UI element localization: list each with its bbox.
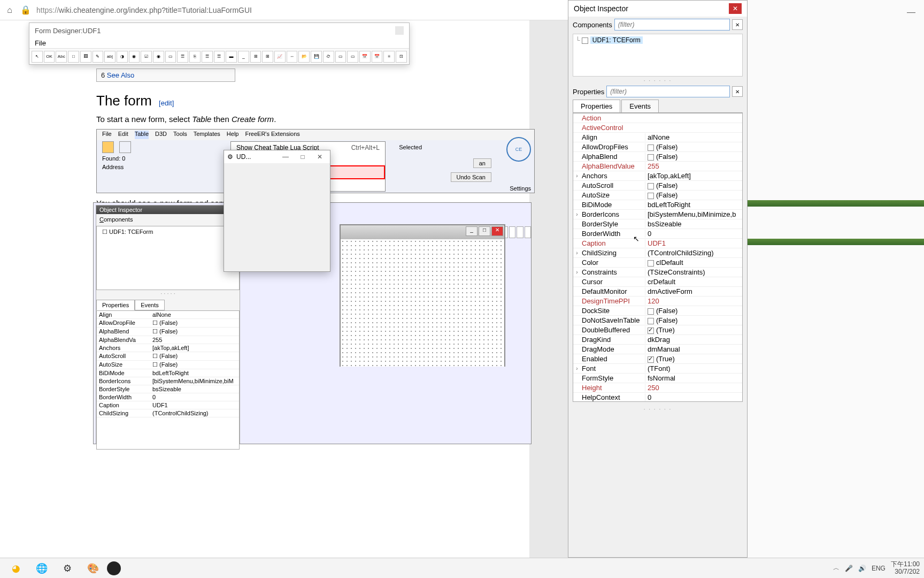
property-row[interactable]: DragKinddkDrag [573, 335, 742, 345]
paint-icon[interactable]: 🎨 [81, 560, 105, 577]
list2-tool[interactable]: ☰ [202, 51, 213, 63]
panel-tool[interactable]: □ [68, 51, 79, 63]
minimize-icon[interactable]: — [907, 7, 915, 17]
frame2-tool[interactable]: ▭ [347, 51, 358, 63]
property-row[interactable]: AutoScroll(False) [573, 181, 742, 191]
button-tool[interactable]: OK [44, 51, 55, 63]
close-icon[interactable]: ✕ [729, 3, 742, 14]
tab-events[interactable]: Events [621, 100, 659, 112]
toc-box: 6 See Also [96, 69, 235, 82]
property-row[interactable]: DragModedmManual [573, 345, 742, 354]
property-row[interactable]: CaptionUDF1 [573, 239, 742, 248]
property-row[interactable]: ColorclDefault [573, 258, 742, 268]
cheatengine-icon[interactable]: ⚙ [56, 560, 79, 577]
timer-tool[interactable]: ⏱ [323, 51, 334, 63]
misc-tool[interactable]: ≡ [383, 51, 395, 63]
progress-tool[interactable]: ▬ [226, 51, 237, 63]
eye-tool[interactable]: ◉ [129, 51, 140, 63]
toggle-tool[interactable]: ◑ [117, 51, 128, 63]
edit-link[interactable]: [edit] [159, 99, 174, 107]
property-row[interactable]: AlphaBlend(False) [573, 152, 742, 162]
property-row[interactable]: ›Anchors[akTop,akLeft] [573, 171, 742, 181]
textedit-tool[interactable]: ab| [104, 51, 116, 63]
property-grid[interactable]: ActionActiveControlAlignalNoneAllowDropF… [573, 113, 743, 402]
pointer-tool[interactable]: ↖ [32, 51, 43, 63]
minimize-icon[interactable]: — [279, 153, 292, 161]
edit-tool[interactable]: ✎ [93, 51, 104, 63]
edge-icon[interactable]: 🌐 [30, 560, 53, 577]
property-row[interactable]: Enabled(True) [573, 354, 742, 364]
clear-filter-icon[interactable]: ✕ [732, 19, 743, 30]
chevron-up-icon[interactable]: ︿ [833, 564, 840, 573]
checkbox-tool[interactable]: ☑ [141, 51, 152, 63]
frame-tool[interactable]: ▭ [335, 51, 346, 63]
property-row[interactable]: CursorcrDefault [573, 277, 742, 287]
property-row[interactable]: AllowDropFiles(False) [573, 142, 742, 152]
property-row[interactable]: DoNotSaveInTable(False) [573, 316, 742, 325]
property-row[interactable]: Height250 [573, 383, 742, 393]
property-row[interactable]: ›ChildSizing(TControlChildSizing) [573, 248, 742, 258]
cal2-tool[interactable]: 📅 [372, 51, 383, 63]
ud-form-window[interactable]: ⚙ UD... — □ ✕ [224, 150, 330, 272]
toc-link[interactable]: See Also [107, 71, 134, 79]
property-row[interactable]: DefaultMonitordmActiveForm [573, 287, 742, 296]
label-tool[interactable]: Abc [56, 51, 67, 63]
form-designer-window[interactable]: Form Designer:UDF1 File ↖ OK Abc □ 🖼 ✎ a… [29, 22, 410, 65]
component-toolbar: ↖ OK Abc □ 🖼 ✎ ab| ◑ ◉ ☑ ◉ ▭ ☰ ⎘ ☰ ☰ ▬ ⎯… [29, 48, 409, 64]
component-tree[interactable]: └ UDF1: TCEForm [573, 34, 743, 77]
property-row[interactable]: AutoSize(False) [573, 191, 742, 200]
mic-icon[interactable]: 🎤 [845, 565, 853, 572]
property-row[interactable]: DoubleBuffered(True) [573, 325, 742, 335]
properties-filter-input[interactable] [606, 86, 730, 97]
clear-filter-icon[interactable]: ✕ [732, 86, 743, 97]
tab-properties[interactable]: Properties [573, 100, 620, 112]
splitter-grip[interactable]: · · · · · · [568, 78, 747, 83]
track-tool[interactable]: ⎯ [238, 51, 249, 63]
close-icon[interactable] [395, 26, 404, 35]
property-row[interactable]: ›BorderIcons[biSystemMenu,biMinimize,b [573, 210, 742, 219]
radio-tool[interactable]: ◉ [153, 51, 164, 63]
listbox-tool[interactable]: ☰ [177, 51, 188, 63]
open-tool[interactable]: 📂 [298, 51, 310, 63]
splitter-grip[interactable]: · · · · · · [568, 406, 747, 412]
property-row[interactable]: BiDiModebdLeftToRight [573, 200, 742, 210]
file-menu[interactable]: File [29, 38, 409, 48]
group-tool[interactable]: ▭ [165, 51, 176, 63]
misc2-tool[interactable]: ⊡ [396, 51, 407, 63]
splitter-tool[interactable]: ↔ [287, 51, 298, 63]
save-tool[interactable]: 💾 [311, 51, 322, 63]
home-icon[interactable]: ⌂ [4, 5, 15, 16]
property-row[interactable]: BorderStylebsSizeable [573, 219, 742, 229]
property-row[interactable]: Action [573, 113, 742, 123]
clock[interactable]: 下午11:00 30/7/202 [891, 561, 920, 575]
property-row[interactable]: DockSite(False) [573, 306, 742, 316]
image-tool[interactable]: 🖼 [80, 51, 91, 63]
property-row[interactable]: FormStylefsNormal [573, 374, 742, 383]
property-row[interactable]: ›Constraints(TSizeConstraints) [573, 268, 742, 277]
property-row[interactable]: ActiveControl [573, 123, 742, 133]
property-row[interactable]: BorderWidth0 [573, 229, 742, 239]
tree-node[interactable]: UDF1: TCEForm [590, 36, 643, 44]
combo-tool[interactable]: ⎘ [189, 51, 201, 63]
property-row[interactable]: ›Font(TFont) [573, 364, 742, 374]
property-row[interactable]: HelpContext0 [573, 393, 742, 402]
lock-icon[interactable]: 🔒 [20, 5, 31, 16]
properties-label: Properties [573, 88, 604, 96]
grid2-tool[interactable]: ⊞ [262, 51, 273, 63]
volume-icon[interactable]: 🔊 [858, 565, 866, 572]
property-row[interactable]: AlphaBlendValue255 [573, 162, 742, 171]
list3-tool[interactable]: ☰ [214, 51, 225, 63]
url-protocol: https:// [36, 6, 59, 14]
grid-tool[interactable]: ⊞ [250, 51, 261, 63]
property-row[interactable]: DesignTimePPI120 [573, 296, 742, 306]
window-right-area: — [748, 0, 924, 558]
chart-tool[interactable]: 📈 [274, 51, 286, 63]
maximize-icon[interactable]: □ [296, 153, 310, 161]
language-indicator[interactable]: ENG [872, 565, 886, 572]
close-icon[interactable]: ✕ [313, 153, 327, 161]
obs-icon[interactable] [107, 561, 121, 575]
start-icon[interactable]: ◕ [4, 560, 28, 577]
cal-tool[interactable]: 📅 [359, 51, 371, 63]
property-row[interactable]: AlignalNone [573, 133, 742, 142]
components-filter-input[interactable] [614, 19, 730, 31]
